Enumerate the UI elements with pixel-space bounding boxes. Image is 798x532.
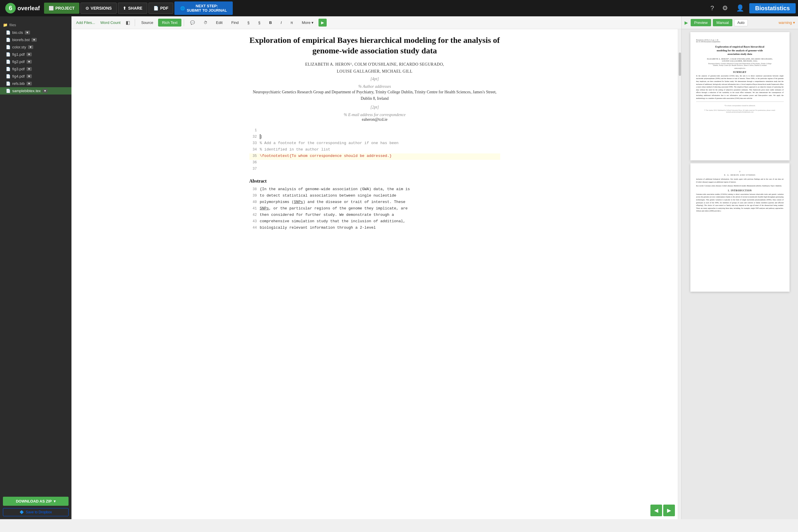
toolbar-divider-1 [135, 19, 135, 26]
word-count-button[interactable]: Word Count [98, 19, 123, 26]
main-layout: 📁 files 📄 bio.cls ▼ 📄 biorefs.bst ▼ 📄 co… [0, 16, 798, 519]
help-button[interactable]: ? [708, 3, 717, 13]
fig2-pdf-dropdown[interactable]: ▼ [26, 60, 32, 63]
editor-scrollbar-thumb[interactable] [679, 53, 681, 76]
sidebar-item-samplebibtex-tex[interactable]: 📄 samplebibtex.tex ▼ [0, 87, 72, 95]
find-button[interactable]: Find [228, 19, 242, 26]
line-content-44: biologically relevant information throug… [260, 225, 500, 230]
document-authors-line2: LOUISE GALLAGHER, MICHAEL GILL [249, 69, 500, 74]
section2-button[interactable]: § [254, 19, 264, 26]
italic-button[interactable]: I [277, 19, 286, 26]
preview-keywords: Key words: Coronary artery disease; Croh… [696, 185, 784, 188]
file-icon: 📄 [6, 74, 11, 78]
sidebar-item-refs-bib[interactable]: 📄 refs.bib ▼ [0, 80, 72, 87]
download-zip-button[interactable]: DOWNLOAD AS ZIP ▾ [3, 497, 69, 506]
refs-bib-dropdown[interactable]: ▼ [26, 82, 32, 86]
warning-text: warning [778, 20, 792, 25]
math-button[interactable]: π [287, 19, 297, 26]
rich-text-button[interactable]: Rich Text [158, 19, 181, 26]
source-button[interactable]: Source [137, 19, 157, 26]
prev-page-button[interactable]: ◀ [650, 505, 662, 516]
history-button[interactable]: ⏱ [200, 19, 211, 26]
next-page-button[interactable]: ▶ [663, 505, 675, 516]
sidebar-item-bio-cls[interactable]: 📄 bio.cls ▼ [0, 29, 72, 36]
add-files-button[interactable]: Add Files... [74, 19, 97, 26]
sidebar-item-color-sty[interactable]: 📄 color.sty ▼ [0, 43, 72, 51]
files-label: files [10, 23, 16, 27]
line-row-34: 34 % identified in the author list [249, 147, 500, 153]
save-dropbox-button[interactable]: 🔷 Save to Dropbox [3, 508, 69, 516]
line-num-42: 42 [249, 212, 260, 217]
pdf-label: PDF [160, 6, 168, 11]
edit-button[interactable]: Edit [212, 19, 226, 26]
editor-scroll[interactable]: Exploration of empirical Bayes hierarchi… [72, 29, 678, 519]
versions-button[interactable]: ⊙ VERSIONS [80, 3, 117, 14]
top-nav-bar: 6 overleaf ⬜ PROJECT ⊙ VERSIONS ⬆ SHARE … [0, 0, 798, 16]
settings-button[interactable]: ⚙ [719, 3, 731, 13]
line-num-41: 41 [249, 206, 260, 211]
preview-label-button[interactable]: Preview [691, 19, 711, 26]
comment1: % Author addresses [249, 84, 500, 89]
arrow-right-button[interactable]: ▶ [319, 19, 327, 26]
folder-icon: 📁 [3, 23, 7, 27]
dropbox-label: Save to Dropbox [26, 510, 52, 514]
overleaf-logo: 6 overleaf [2, 3, 43, 14]
next-step-button[interactable]: 🌐 NEXT STEP: SUBMIT TO JOURNAL [174, 1, 233, 15]
fig4-pdf-dropdown[interactable]: ▼ [26, 74, 32, 78]
line-row-33: 33 % Add a footnote for the correspondin… [249, 140, 500, 147]
sidebar-item-fig1-pdf[interactable]: 📄 fig1.pdf ▼ [0, 51, 72, 58]
fig1-pdf-dropdown[interactable]: ▼ [26, 53, 32, 56]
editor-scrollbar[interactable] [678, 29, 681, 519]
fig3-pdf-dropdown[interactable]: ▼ [26, 67, 32, 71]
sidebar-bottom: DOWNLOAD AS ZIP ▾ 🔷 Save to Dropbox [0, 494, 72, 519]
warning-dropdown-icon[interactable]: ▾ [793, 20, 795, 25]
preview-page-num: 2 [696, 170, 784, 173]
file-name: bio.cls [12, 30, 23, 35]
preview-email: eaheron@tcd.ie [696, 68, 784, 69]
project-button[interactable]: ⬜ PROJECT [44, 3, 79, 14]
abstract-line-40: 40 polymorphisms (SNPs) and the disease … [249, 200, 500, 206]
preview-scroll[interactable]: Biostatistics (2010), 0, 0, pp. 1–30 doi… [682, 29, 798, 519]
line-content-33: % Add a footnote for the corresponding a… [260, 140, 500, 146]
user-button[interactable]: 👤 [733, 3, 747, 13]
file-name: refs.bib [12, 81, 25, 86]
file-name: biorefs.bst [12, 38, 30, 42]
line-num-40: 40 [249, 200, 260, 204]
share-button[interactable]: ⬆ SHARE [118, 3, 147, 14]
line-content-37 [260, 166, 500, 167]
line-content-32[interactable]: | [260, 134, 500, 139]
line-num-33: 33 [249, 140, 260, 145]
more-button[interactable]: More ▾ [298, 19, 317, 26]
pdf-button[interactable]: 📄 PDF [149, 3, 173, 14]
layout-button[interactable]: ◧ [124, 18, 132, 27]
sidebar-item-fig3-pdf[interactable]: 📄 fig3.pdf ▼ [0, 65, 72, 73]
sidebar-item-biorefs-bst[interactable]: 📄 biorefs.bst ▼ [0, 36, 72, 43]
color-sty-dropdown[interactable]: ▼ [28, 45, 33, 49]
preview-body-1: inclusion of additional biological infor… [696, 178, 784, 184]
download-dropdown-icon: ▾ [54, 499, 56, 504]
line-num-37: 37 [249, 166, 260, 171]
bio-cls-dropdown[interactable]: ▼ [25, 31, 30, 34]
sidebar-files-header: 📁 files [0, 21, 72, 29]
samplebibtex-dropdown[interactable]: ▼ [43, 89, 48, 93]
source-lines: 1 32 | 33 % Add a footnote for the corre… [249, 128, 500, 173]
project-label: PROJECT [55, 6, 75, 11]
abstract-line-39: 39 to detect statistical associations be… [249, 193, 500, 200]
preview-page-1: Biostatistics (2010), 0, 0, pp. 1–30 doi… [690, 32, 790, 160]
line-content-40: polymorphisms (SNPs) and the disease or … [260, 200, 500, 205]
sidebar-item-fig4-pdf[interactable]: 📄 fig4.pdf ▼ [0, 73, 72, 80]
line-content-1 [260, 128, 500, 128]
journal-label: Biostatistics [749, 3, 796, 14]
biorefs-bst-dropdown[interactable]: ▼ [32, 38, 37, 42]
bold-button[interactable]: B [265, 19, 276, 26]
manual-button[interactable]: Manual [713, 19, 733, 26]
file-name: samplebibtex.tex [12, 89, 41, 93]
section-button[interactable]: § [244, 19, 253, 26]
auto-button[interactable]: Auto [734, 19, 748, 26]
editor-nav-arrows: ◀ ▶ [650, 505, 675, 516]
line-row-32: 32 | [249, 134, 500, 140]
preview-journal-ref: Biostatistics (2010), 0, 0, pp. 1–30 doi… [696, 39, 784, 43]
preview-doc-title: Exploration of empirical Bayes hierarchi… [696, 45, 784, 56]
comment-button[interactable]: 💬 [186, 19, 198, 26]
sidebar-item-fig2-pdf[interactable]: 📄 fig2.pdf ▼ [0, 58, 72, 65]
